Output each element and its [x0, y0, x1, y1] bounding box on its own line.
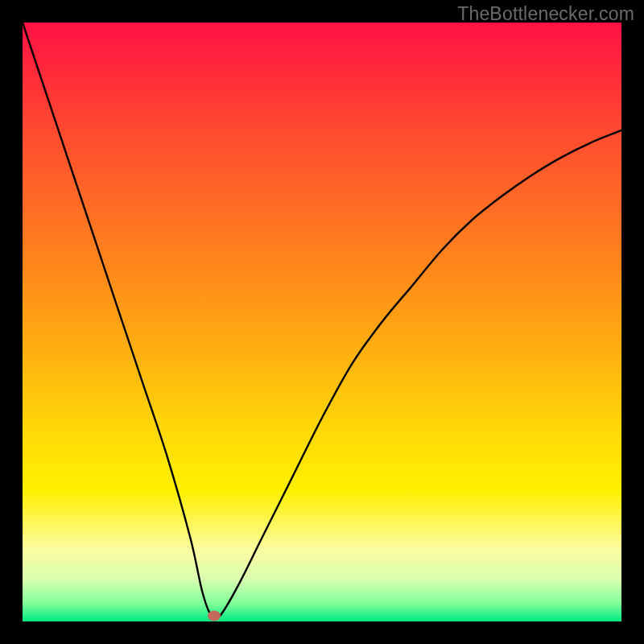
optimal-point-marker [208, 610, 221, 621]
bottleneck-curve [23, 23, 621, 621]
watermark-text: TheBottlenecker.com [457, 3, 634, 25]
chart-plot-area [23, 23, 621, 621]
